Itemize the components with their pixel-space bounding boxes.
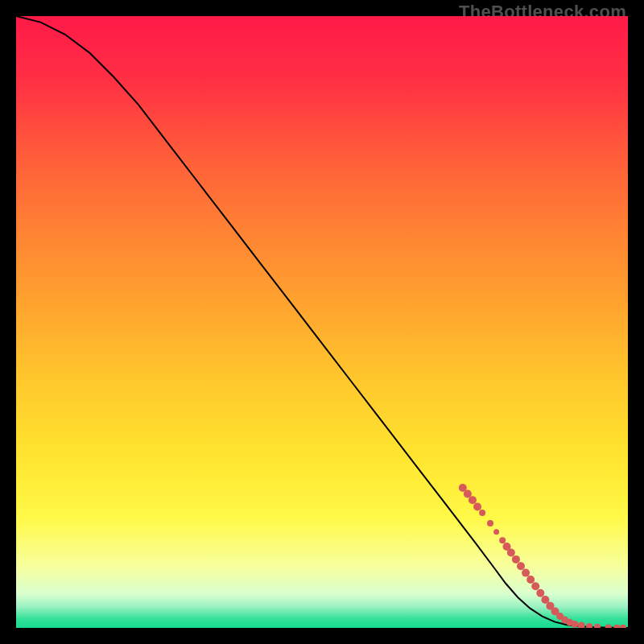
data-marker [493,529,499,535]
data-marker [531,582,539,590]
data-marker [522,569,530,577]
gradient-background [16,16,628,628]
data-marker [507,549,515,557]
chart-svg [16,16,628,628]
data-marker [526,576,535,584]
data-marker [536,589,544,597]
data-marker [479,510,485,516]
data-marker [512,555,520,564]
data-marker [517,562,525,570]
data-marker [487,520,493,526]
chart-stage: TheBottleneck.com [0,0,644,644]
data-marker [473,503,481,511]
plot-area [16,16,628,628]
data-marker [469,496,477,504]
data-marker [499,537,506,543]
data-marker [571,621,578,628]
